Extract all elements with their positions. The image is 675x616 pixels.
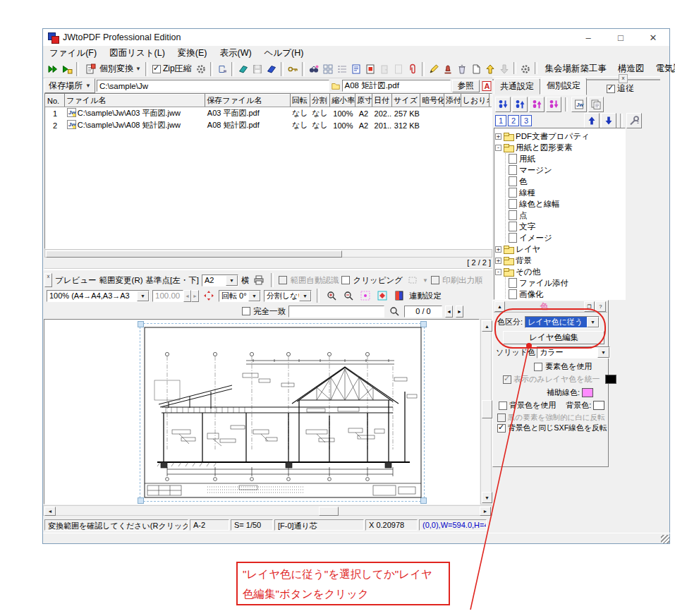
table-row[interactable]: 2JwC:\sample\Jw\A08 矩計図.jwwA08 矩計図.pdfなし… [46,119,493,131]
zip-settings-icon[interactable] [194,62,208,76]
exit-view-icon[interactable] [377,62,391,76]
chevron-down-icon[interactable]: ▼ [135,66,141,72]
menu-item-4[interactable]: ヘルプ(H) [258,46,310,61]
zoom-preset-select[interactable]: 100% (A4→A4,A3→A3▼ [47,290,150,302]
chevron-down-icon[interactable]: ▼ [587,317,599,327]
save-list-icon[interactable] [250,62,264,76]
attach-file-icon[interactable] [406,62,420,76]
column-header-7[interactable]: 日付 [372,95,392,107]
tree-folder-0[interactable]: +PDF文書プロパティ [495,131,624,142]
maximize-button[interactable]: □ [604,29,637,46]
column-header-0[interactable]: No. [46,95,65,107]
use-element-color-checkbox[interactable] [534,363,542,371]
column-header-5[interactable]: 縮小率 [330,95,355,107]
collapse-icon[interactable]: - [495,269,501,275]
unify-layer-color-checkbox[interactable] [503,375,511,384]
zoom-percent-stepper[interactable]: 100.00 ◄ ► [152,290,199,302]
copy-settings-icon[interactable] [588,97,604,112]
checkbox[interactable] [152,65,161,73]
tree-item[interactable]: 文字 [509,221,624,232]
tree-folder-1[interactable]: -用紙と図形要素 [495,142,624,153]
close-button[interactable]: ✕ [637,29,669,46]
window-layout-icon[interactable] [215,62,229,76]
toolbar-close-icon[interactable]: x [44,273,52,287]
stamp-item-icon[interactable] [441,62,455,76]
jw-settings-doc-icon[interactable]: Jw [571,97,587,112]
tree-folder-3[interactable]: +背景 [495,255,624,266]
move-item-down-icon[interactable] [601,113,616,128]
color-category-select[interactable]: レイヤ色に従う▼ [525,316,600,328]
vscroll-thumb[interactable] [482,400,492,418]
zoom-percent-value[interactable]: 100.00 [152,290,183,302]
tree-item[interactable]: マージン [509,164,624,176]
new-item-icon[interactable] [469,62,483,76]
column-header-3[interactable]: 回転 [290,95,310,107]
clipping-checkbox[interactable] [341,276,350,284]
tree-item[interactable]: 画像化 [509,289,624,300]
tree-item[interactable]: 点 [509,210,624,221]
search-input[interactable] [288,306,384,318]
column-header-8[interactable]: サイズ [392,95,420,107]
chevron-down-icon[interactable]: ▼ [137,291,149,301]
list-view-icon[interactable] [335,62,349,76]
step-left-icon[interactable]: ◄ [183,290,191,302]
exact-match-checkbox[interactable] [242,307,250,315]
clip-rect-icon[interactable] [406,273,420,287]
help-icon[interactable]: ? [595,301,606,312]
tab-individual-settings[interactable]: 個別設定 [540,78,587,95]
range-change-label[interactable]: 範囲変更(R) [99,275,143,286]
minimize-button[interactable]: – [572,29,604,46]
menu-item-3[interactable]: 表示(W) [213,46,257,61]
print-order-checkbox[interactable] [431,276,439,284]
security-settings-icon[interactable] [286,62,300,76]
profile-1-button[interactable]: 1 [495,115,506,126]
step-right-icon[interactable]: ► [191,290,199,302]
zip-compress-checkbox[interactable]: Zip圧縮 [150,62,194,76]
individual-convert-button[interactable]: 個別変換▼ [81,61,143,77]
tree-folder-4[interactable]: -その他 [495,266,624,277]
chevron-down-icon[interactable]: ▼ [248,291,260,301]
zoom-in-icon[interactable] [324,289,339,303]
column-header-6[interactable]: 原寸 [355,95,372,107]
pdf-file-icon[interactable]: A [481,79,492,93]
tab-common-settings[interactable]: 共通設定 [494,78,540,95]
table-row[interactable]: 1JwC:\sample\Jw\A03 平面図.jwwA03 平面図.pdfなし… [46,107,493,120]
next-result-icon[interactable]: ► [456,306,463,318]
document-info-icon[interactable] [349,62,363,76]
preview-canvas[interactable] [44,319,480,505]
scroll-right-icon[interactable]: ► [480,507,491,516]
tree-item[interactable]: 色 [509,176,624,187]
scroll-left-icon[interactable]: ◄ [44,507,56,516]
column-header-1[interactable]: ファイル名 [65,95,205,107]
aux-line-color-swatch[interactable] [582,388,593,397]
tool-settings-icon[interactable] [626,113,642,128]
scroll-up-icon[interactable]: ▲ [482,320,492,332]
tree-item[interactable]: ファイル添付 [509,277,624,289]
selection-marquee[interactable] [140,323,425,502]
close-list-icon[interactable] [264,62,279,76]
linked-settings-label[interactable]: 連動設定 [409,291,442,301]
collapse-icon[interactable]: - [495,145,501,151]
file-list-hscrollbar[interactable] [44,249,492,258]
bg-color-swatch[interactable] [593,401,604,410]
browse-button[interactable]: 参照 [452,80,480,92]
page-color-icon[interactable] [392,289,406,303]
preview-hscrollbar[interactable]: ◄ ► [43,505,492,516]
prev-result-icon[interactable]: ◄ [445,306,453,318]
apply-down-blue-icon[interactable] [495,97,511,112]
tree-item[interactable]: 用紙 [509,153,624,164]
chevron-down-icon[interactable]: ▼ [422,277,428,284]
search-icon[interactable] [387,304,401,318]
chevron-down-icon[interactable]: ▼ [299,291,311,301]
hscrollbar-thumb[interactable] [46,250,342,258]
apply-up-blue-icon[interactable] [512,97,528,112]
folder-icon[interactable] [331,79,341,93]
collapse-icon[interactable]: ▲ [494,301,505,312]
auto-range-checkbox[interactable] [279,276,287,284]
thumbnail-view-icon[interactable] [321,62,335,76]
edit-item-icon[interactable] [427,62,441,76]
move-origin-icon[interactable] [202,289,216,303]
convert-all-icon[interactable] [46,62,60,76]
column-header-4[interactable]: 分割 [310,95,330,107]
scroll-down-icon[interactable]: ▼ [482,492,492,503]
